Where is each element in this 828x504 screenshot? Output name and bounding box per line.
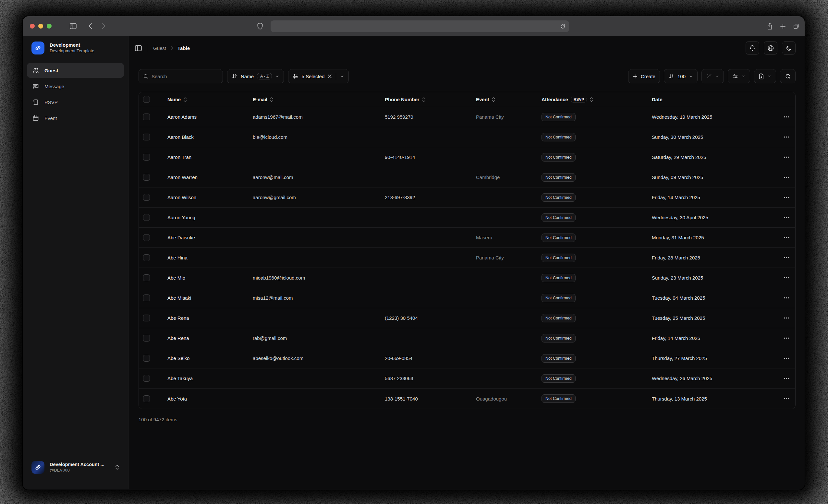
row-menu-button[interactable] [783,397,791,401]
row-checkbox[interactable] [143,214,150,221]
row-menu-button[interactable] [783,316,791,320]
export-control[interactable] [754,69,776,83]
column-header-phone[interactable]: Phone Number [385,97,476,102]
zoom-window-button[interactable] [47,24,52,29]
display-settings-control[interactable] [728,69,750,83]
row-checkbox[interactable] [143,275,150,281]
row-actions-cell [777,336,795,340]
new-tab-icon[interactable] [780,23,786,29]
sidebar-toggle-icon[interactable] [135,45,142,51]
refresh-button[interactable] [780,69,795,83]
column-header-name[interactable]: Name [167,97,253,102]
table-row[interactable]: Abe Misaki misa12@mail.com Not Confirmed… [139,288,795,308]
account-avatar [32,461,44,474]
table-row[interactable]: Aaron Warren aaronw@mail.com Cambridge N… [139,167,795,187]
table-row[interactable]: Abe Daisuke Maseru Not Confirmed Monday,… [139,228,795,248]
theme-toggle-button[interactable] [782,41,795,55]
row-menu-button[interactable] [783,356,791,360]
table-row[interactable]: Abe Hina Panama City Not Confirmed Frida… [139,248,795,268]
column-header-event[interactable]: Event [476,97,541,102]
table-row[interactable]: Aaron Black bla@icloud.com Not Confirmed… [139,127,795,147]
column-header-email[interactable]: E-mail [253,97,385,102]
sidebar-item-message[interactable]: Message [27,79,124,94]
browser-sidebar-toggle-icon[interactable] [70,23,77,29]
row-checkbox[interactable] [143,154,150,161]
row-menu-button[interactable] [783,135,791,139]
sort-control[interactable]: Name A - Z [227,69,284,83]
cell-date: Monday, 31 March 2025 [652,235,777,240]
filter-chip[interactable]: 5 Selected [288,69,349,83]
clear-filter-icon[interactable] [328,74,332,79]
tab-overview-icon[interactable] [793,23,799,30]
row-checkbox[interactable] [143,395,150,402]
breadcrumb-parent[interactable]: Guest [153,45,166,51]
row-menu-button[interactable] [783,215,791,219]
row-limit-control[interactable]: 100 [664,69,698,83]
table-row[interactable]: Aaron Adams adams1967@mail.com 5192 9592… [139,107,795,127]
table-row[interactable]: Abe Mio mioab1960@icloud.com Not Confirm… [139,268,795,288]
row-menu-button[interactable] [783,256,791,260]
sidebar-item-rsvp[interactable]: RSVP [27,95,124,110]
column-header-attendance[interactable]: Attendance RSVP [541,97,652,102]
link-icon [34,464,42,471]
row-menu-button[interactable] [783,155,791,159]
row-checkbox[interactable] [143,234,150,241]
column-header-date[interactable]: Date [652,97,777,102]
row-menu-button[interactable] [783,175,791,179]
cell-attendance: Not Confirmed [541,213,652,222]
minimize-window-button[interactable] [38,24,43,29]
table-row[interactable]: Abe Rena (1223) 30 5404 Not Confirmed Tu… [139,308,795,328]
reload-icon[interactable] [560,24,566,29]
row-checkbox[interactable] [143,194,150,201]
close-window-button[interactable] [30,24,35,29]
table-row[interactable]: Aaron Tran 90-4140-1914 Not Confirmed Sa… [139,147,795,167]
account-switcher[interactable]: Development Account ... @DEV000 [27,461,124,474]
row-menu-button[interactable] [783,336,791,340]
cell-phone: 5192 959270 [385,114,476,120]
select-all-checkbox[interactable] [143,96,150,103]
cell-email: misa12@mail.com [253,295,385,301]
row-checkbox[interactable] [143,375,150,382]
automation-control[interactable] [701,69,724,83]
row-checkbox[interactable] [143,335,150,341]
search-input[interactable] [152,74,218,79]
cell-attendance: Not Confirmed [541,314,652,322]
row-checkbox[interactable] [143,294,150,301]
row-menu-button[interactable] [783,376,791,380]
row-select-cell [139,355,167,362]
row-menu-button[interactable] [783,115,791,119]
address-bar[interactable] [271,20,569,32]
sidebar-item-guest[interactable]: Guest [27,63,124,78]
table-row[interactable]: Abe Yota 138-1551-7040 Ouagadougou Not C… [139,388,795,409]
workspace-switcher[interactable]: Development Development Template [27,42,124,54]
ellipsis-icon [784,176,789,178]
sidebar-item-label: Message [44,84,64,89]
privacy-shield-icon[interactable] [257,23,263,30]
row-menu-button[interactable] [783,276,791,280]
sidebar-item-event[interactable]: Event [27,111,124,126]
row-menu-button[interactable] [783,296,791,300]
row-checkbox[interactable] [143,314,150,322]
table-row[interactable]: Aaron Young Not Confirmed Wednesday, 30 … [139,208,795,228]
cell-date: Sunday, 09 March 2025 [652,174,777,180]
row-checkbox[interactable] [143,355,150,362]
row-checkbox[interactable] [143,134,150,140]
page-header: Guest Table [128,36,804,60]
browser-forward-icon[interactable] [102,23,106,29]
row-checkbox[interactable] [143,254,150,261]
create-button[interactable]: Create [628,69,660,83]
language-button[interactable] [764,41,777,55]
notifications-button[interactable] [746,41,759,55]
table-row[interactable]: Abe Rena rab@gmail.com Not Confirmed Fri… [139,328,795,348]
browser-back-icon[interactable] [88,23,92,29]
cell-email: rab@gmail.com [253,335,385,341]
row-checkbox[interactable] [143,174,150,181]
share-icon[interactable] [767,23,773,30]
table-row[interactable]: Abe Takuya 5687 233063 Not Confirmed Wed… [139,369,795,388]
row-checkbox[interactable] [143,114,150,120]
table-row[interactable]: Abe Seiko abeseiko@outlook.com 20-669-08… [139,348,795,369]
cell-name: Aaron Warren [167,174,253,180]
table-row[interactable]: Aaron Wilson aaronw@gmail.com 213-697-83… [139,187,795,208]
row-menu-button[interactable] [783,236,791,240]
row-menu-button[interactable] [783,195,791,200]
